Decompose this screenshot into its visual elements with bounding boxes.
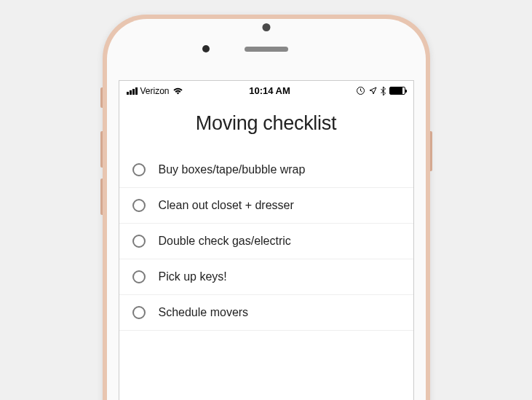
status-bar-left: Verizon <box>127 86 183 96</box>
battery-fill <box>390 87 402 94</box>
checklist-item[interactable]: Double check gas/electric <box>119 224 413 259</box>
checklist-item[interactable]: Buy boxes/tape/bubble wrap <box>119 152 413 188</box>
checkbox-icon[interactable] <box>132 199 146 212</box>
location-icon <box>369 87 377 95</box>
status-bar-time: 10:14 AM <box>249 85 290 96</box>
volume-up-button <box>100 131 103 168</box>
status-bar: Verizon 10:14 AM <box>119 81 413 99</box>
checkbox-icon[interactable] <box>132 163 146 176</box>
checkbox-icon[interactable] <box>132 235 146 248</box>
bluetooth-icon <box>381 87 386 95</box>
phone-bezel: Verizon 10:14 AM <box>107 19 426 400</box>
checklist-item-label: Double check gas/electric <box>159 235 291 248</box>
checklist-item-label: Pick up keys! <box>159 270 227 283</box>
note-title: Moving checklist <box>119 112 413 135</box>
checklist-item-label: Buy boxes/tape/bubble wrap <box>159 163 306 176</box>
checkbox-icon[interactable] <box>132 306 146 319</box>
carrier-label: Verizon <box>140 86 170 96</box>
volume-down-button <box>100 179 103 215</box>
mute-switch <box>100 87 103 108</box>
phone-frame: Verizon 10:14 AM <box>103 15 430 400</box>
checklist-item[interactable]: Clean out closet + dresser <box>119 188 413 224</box>
checklist-item[interactable]: Pick up keys! <box>119 259 413 295</box>
earpiece-speaker <box>245 47 288 52</box>
checklist-item[interactable]: Schedule movers <box>119 295 413 331</box>
checklist: Buy boxes/tape/bubble wrap Clean out clo… <box>119 152 413 331</box>
note-content: Moving checklist Buy boxes/tape/bubble w… <box>119 99 413 331</box>
phone-screen: Verizon 10:14 AM <box>119 80 414 400</box>
power-button <box>430 131 432 171</box>
alarm-icon <box>356 86 365 95</box>
checkbox-icon[interactable] <box>132 270 146 283</box>
front-camera <box>202 45 210 52</box>
signal-icon <box>127 87 138 95</box>
checklist-item-label: Schedule movers <box>159 306 249 319</box>
status-bar-right <box>356 86 405 95</box>
checklist-item-label: Clean out closet + dresser <box>159 199 294 212</box>
phone-top-bar <box>119 31 414 67</box>
wifi-icon <box>172 87 183 95</box>
battery-icon <box>389 87 405 95</box>
